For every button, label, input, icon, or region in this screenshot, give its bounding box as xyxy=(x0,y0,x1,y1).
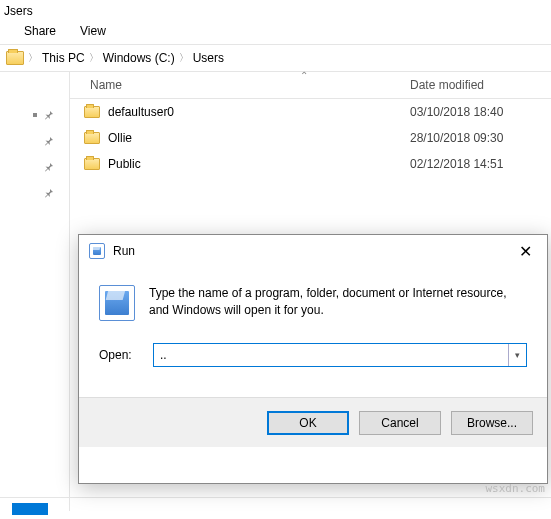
file-date: 28/10/2018 09:30 xyxy=(410,131,503,145)
open-label: Open: xyxy=(99,348,143,362)
pin-icon xyxy=(43,187,55,199)
file-name: Public xyxy=(108,157,410,171)
chevron-right-icon[interactable]: 〉 xyxy=(179,51,189,65)
dialog-message: Type the name of a program, folder, docu… xyxy=(149,285,527,321)
pin-icon xyxy=(43,161,55,173)
column-header-name[interactable]: Name xyxy=(70,72,410,98)
table-row[interactable]: defaultuser0 03/10/2018 18:40 xyxy=(70,99,551,125)
quick-item[interactable] xyxy=(0,154,69,180)
watermark: wsxdn.com xyxy=(485,482,545,495)
browse-button[interactable]: Browse... xyxy=(451,411,533,435)
breadcrumb[interactable]: 〉 This PC 〉 Windows (C:) 〉 Users xyxy=(0,45,551,72)
tab-view[interactable]: View xyxy=(80,24,106,38)
folder-icon xyxy=(84,132,100,144)
table-row[interactable]: Ollie 28/10/2018 09:30 xyxy=(70,125,551,151)
dialog-button-row: OK Cancel Browse... xyxy=(79,397,547,447)
run-icon xyxy=(99,285,135,321)
pin-icon xyxy=(43,135,55,147)
crumb-drive[interactable]: Windows (C:) xyxy=(103,51,175,65)
list-header: ⌃ Name Date modified xyxy=(70,72,551,99)
quick-item[interactable] xyxy=(0,180,69,206)
sort-indicator-icon: ⌃ xyxy=(300,70,308,81)
dialog-titlebar[interactable]: Run ✕ xyxy=(79,235,547,267)
crumb-folder[interactable]: Users xyxy=(193,51,224,65)
tab-share[interactable]: Share xyxy=(24,24,56,38)
chevron-right-icon[interactable]: 〉 xyxy=(28,51,38,65)
table-row[interactable]: Public 02/12/2018 14:51 xyxy=(70,151,551,177)
dialog-title: Run xyxy=(113,244,513,258)
open-input[interactable] xyxy=(154,344,508,366)
status-selection-indicator xyxy=(12,503,48,515)
ok-button[interactable]: OK xyxy=(267,411,349,435)
file-name: defaultuser0 xyxy=(108,105,410,119)
quick-item[interactable] xyxy=(0,128,69,154)
run-dialog: Run ✕ Type the name of a program, folder… xyxy=(78,234,548,484)
pin-icon xyxy=(43,109,55,121)
run-icon xyxy=(89,243,105,259)
open-combobox[interactable]: ▾ xyxy=(153,343,527,367)
folder-icon xyxy=(84,106,100,118)
window-title: Jsers xyxy=(0,0,551,20)
file-date: 03/10/2018 18:40 xyxy=(410,105,503,119)
ribbon-tabs: Share View xyxy=(0,20,551,45)
chevron-right-icon[interactable]: 〉 xyxy=(89,51,99,65)
status-bar xyxy=(0,497,551,519)
quick-item[interactable] xyxy=(0,102,69,128)
folder-icon xyxy=(84,158,100,170)
folder-icon xyxy=(6,51,24,65)
crumb-thispc[interactable]: This PC xyxy=(42,51,85,65)
chevron-down-icon[interactable]: ▾ xyxy=(508,344,526,366)
cancel-button[interactable]: Cancel xyxy=(359,411,441,435)
quick-access-pane xyxy=(0,72,70,511)
file-name: Ollie xyxy=(108,131,410,145)
close-button[interactable]: ✕ xyxy=(513,242,537,261)
file-date: 02/12/2018 14:51 xyxy=(410,157,503,171)
column-header-date[interactable]: Date modified xyxy=(410,72,551,98)
